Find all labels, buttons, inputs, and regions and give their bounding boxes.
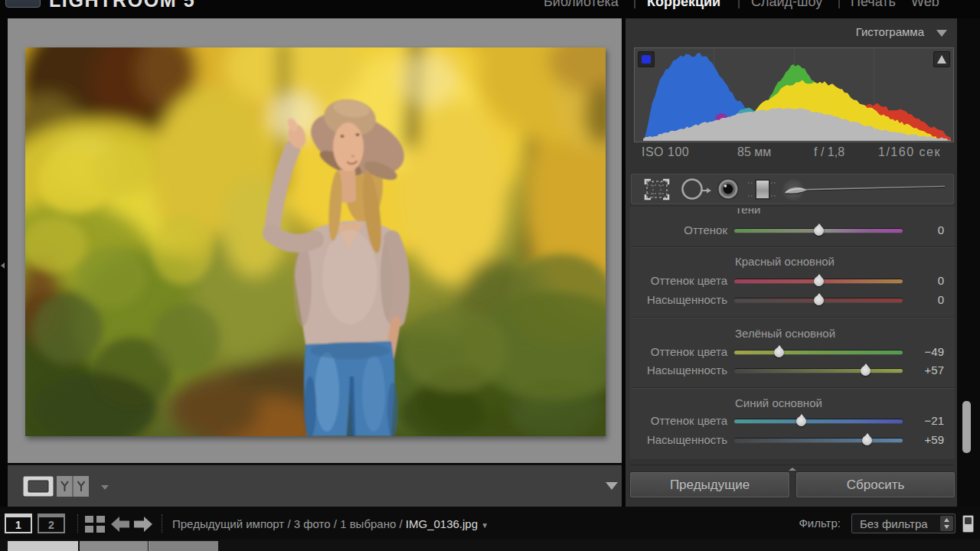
- svg-text:2: 2: [48, 519, 54, 531]
- svg-text:1: 1: [15, 519, 21, 531]
